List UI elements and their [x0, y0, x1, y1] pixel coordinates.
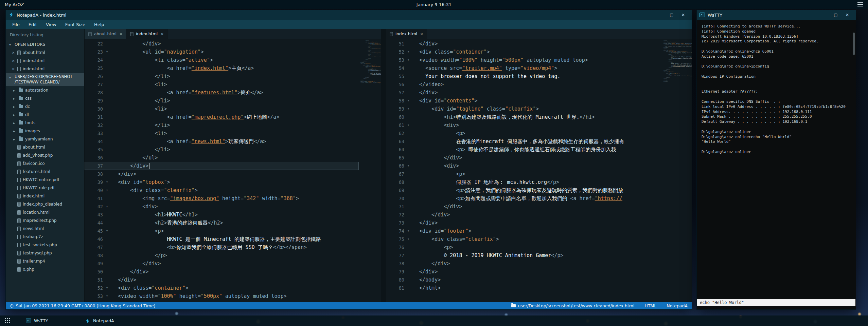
fold-icon[interactable]: ▾ — [404, 48, 412, 56]
minimap[interactable]: </div><div class="container"><video widt… — [662, 39, 692, 302]
code-editor[interactable]: 22 </div>23▾ <ul id="navigation">24 <li … — [85, 39, 359, 302]
notepada-app-icon — [85, 318, 90, 324]
minimize-button[interactable]: — — [654, 10, 666, 20]
open-editor-item[interactable]: ✕index.html — [6, 57, 84, 65]
status-app-name[interactable]: NotepadA — [667, 303, 688, 308]
code-line: 53▾<video width="100%" height="500px" au… — [85, 292, 359, 300]
fold-icon[interactable]: ▾ — [404, 235, 412, 243]
editor-tab-about-html[interactable]: about.html✕ — [85, 29, 126, 39]
minimize-button[interactable]: — — [818, 10, 830, 20]
line-number: 66 — [386, 162, 404, 170]
fold-icon[interactable]: ▾ — [103, 186, 111, 194]
open-editors-section[interactable]: ▾ OPEN EDITORS — [6, 40, 84, 49]
fold-icon — [103, 40, 111, 48]
code-text: <ul id="navigation"> — [111, 48, 359, 56]
fold-icon — [103, 105, 111, 113]
wstty-titlebar[interactable]: WsTTY — ▢ ✕ — [697, 10, 856, 20]
tree-folder-item[interactable]: ▸dl — [6, 111, 84, 119]
menu-item-help[interactable]: Help — [90, 20, 109, 29]
close-icon[interactable]: ✕ — [12, 59, 15, 63]
code-editor[interactable]: 51</div>52▾<div class="container">53▾<vi… — [386, 39, 662, 302]
start-menu-button[interactable] — [0, 315, 16, 326]
scrollbar-thumb[interactable] — [853, 33, 855, 55]
line-number: 35 — [85, 146, 103, 154]
maximize-button[interactable]: ▢ — [830, 10, 842, 20]
code-text: </div> — [111, 162, 359, 170]
menu-item-file[interactable]: File — [8, 20, 24, 29]
status-language-mode[interactable]: HTML — [645, 303, 657, 308]
terminal-line — [702, 59, 851, 64]
folder-icon — [19, 129, 23, 133]
fold-icon — [404, 194, 412, 203]
editor-tab-index-html[interactable]: index.html✕ — [386, 29, 427, 39]
tree-file-item[interactable]: news.html — [6, 225, 84, 233]
tree-file-item[interactable]: test_sockets.php — [6, 241, 84, 249]
close-icon[interactable]: ✕ — [12, 67, 15, 71]
fold-icon[interactable]: ▾ — [103, 292, 111, 300]
tree-file-item[interactable]: features.html — [6, 168, 84, 176]
fold-icon[interactable]: ▾ — [103, 284, 111, 292]
tree-file-item[interactable]: add_vhost.php — [6, 151, 84, 159]
file-icon — [17, 153, 21, 158]
tree-file-item[interactable]: teabag.7z — [6, 233, 84, 241]
tree-file-item[interactable]: favicon.ico — [6, 159, 84, 168]
tree-file-item[interactable]: about.html — [6, 143, 84, 151]
fold-icon[interactable]: ▾ — [404, 227, 412, 235]
tree-folder-item[interactable]: ▸fonts — [6, 119, 84, 127]
fold-icon[interactable]: ▾ — [103, 48, 111, 56]
taskbar-item-notepada[interactable]: NotepadA — [82, 315, 118, 326]
fold-icon[interactable]: ▾ — [404, 105, 412, 113]
line-number: 30 — [85, 105, 103, 113]
fold-icon[interactable]: ▾ — [103, 178, 111, 186]
terminal-line — [702, 69, 851, 74]
terminal-output[interactable]: [info] Connecting to arozos WsTTY servic… — [697, 20, 856, 299]
fold-icon[interactable]: ▾ — [103, 203, 111, 211]
fold-icon[interactable]: ▾ — [103, 227, 111, 235]
tree-file-item[interactable]: testmysql.php — [6, 249, 84, 257]
tree-root-item[interactable]: ▾ USER/DESKTOP/SCREENSHOT /TEST/WWW CLEA… — [6, 73, 84, 86]
tree-folder-item[interactable]: ▸images — [6, 127, 84, 135]
pane-splitter[interactable] — [381, 29, 386, 302]
minimap[interactable]: </div> <ul id="navigation"> <li class="a… — [359, 39, 381, 302]
fold-icon — [404, 137, 412, 146]
code-text: <img src="images/box.png" height="342" w… — [111, 194, 359, 203]
fold-icon[interactable]: ▾ — [404, 97, 412, 105]
fold-icon[interactable]: ▾ — [404, 121, 412, 129]
open-editor-item[interactable]: ✕index.html — [6, 65, 84, 73]
tree-file-item[interactable]: HKWTC rule.pdf — [6, 184, 84, 192]
menu-item-font-size[interactable]: Font Size — [61, 20, 90, 29]
close-icon[interactable]: ✕ — [120, 32, 122, 36]
tree-folder-item[interactable]: ▸autostation — [6, 86, 84, 94]
menu-item-view[interactable]: View — [41, 20, 61, 29]
taskbar-item-wstty[interactable]: WsTTY — [22, 315, 52, 326]
code-text: <source src="trailer.mp4" type="video/mp… — [412, 64, 662, 72]
fold-icon — [103, 162, 111, 170]
tree-file-item[interactable]: index.html — [6, 192, 84, 200]
menu-item-edit[interactable]: Edit — [24, 20, 41, 29]
code-line: 63 在香港的Minecraft 伺服器中，多為小遊戲和純生存的伺服器，較少擁有 — [386, 137, 662, 146]
fold-icon[interactable]: ▾ — [404, 56, 412, 64]
maximize-button[interactable]: ▢ — [666, 10, 677, 20]
fold-icon[interactable]: ▾ — [404, 162, 412, 170]
tree-file-item[interactable]: HKWTC notice.pdf — [6, 176, 84, 184]
folder-name: fonts — [25, 120, 35, 125]
tree-folder-item[interactable]: ▸css — [6, 94, 84, 102]
open-editor-item[interactable]: ✕about.html — [6, 49, 84, 57]
close-icon[interactable]: ✕ — [161, 32, 163, 36]
editor-tab-index-html[interactable]: index.html✕ — [126, 29, 167, 39]
close-icon[interactable]: ✕ — [12, 51, 15, 55]
tree-file-item[interactable]: x.php — [6, 265, 84, 273]
tree-file-item[interactable]: location.html — [6, 208, 84, 216]
file-icon — [17, 170, 21, 174]
tree-file-item[interactable]: trailer.mp4 — [6, 257, 84, 265]
close-button[interactable]: ✕ — [842, 10, 853, 20]
tree-file-item[interactable]: index.php_disabled — [6, 200, 84, 208]
notepada-titlebar[interactable]: NotepadA - index.html — ▢ ✕ — [6, 10, 692, 20]
tree-file-item[interactable]: mapredirect.php — [6, 216, 84, 225]
close-icon[interactable]: ✕ — [420, 32, 423, 36]
tree-folder-item[interactable]: ▸yamlyamlann — [6, 135, 84, 143]
tree-folder-item[interactable]: ▸dc — [6, 102, 84, 111]
close-button[interactable]: ✕ — [677, 10, 689, 20]
hamburger-menu-icon[interactable] — [857, 2, 863, 6]
terminal-command-input[interactable] — [697, 299, 855, 306]
